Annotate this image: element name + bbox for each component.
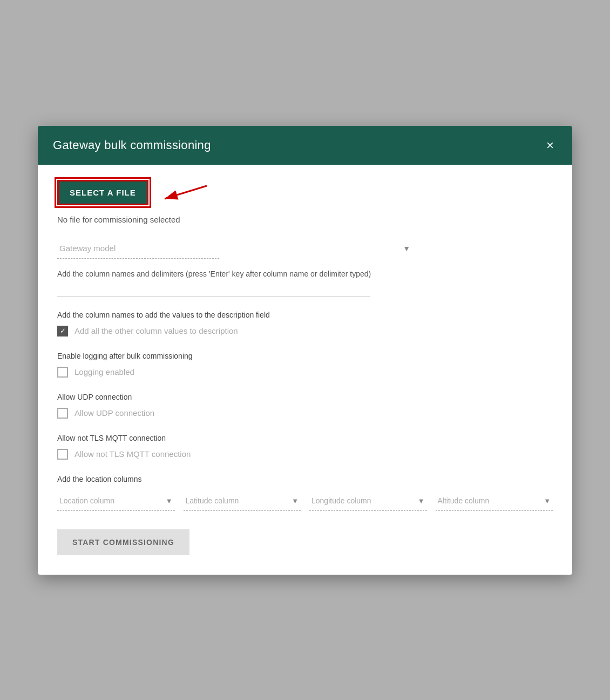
- gateway-model-select[interactable]: Gateway model: [57, 238, 219, 259]
- location-section-label: Add the location columns: [57, 475, 553, 483]
- arrow-icon: [159, 181, 208, 203]
- select-file-button[interactable]: SELECT A FILE: [57, 180, 148, 205]
- logging-section-label: Enable logging after bulk commissioning: [57, 352, 553, 360]
- description-checkbox[interactable]: [57, 326, 68, 336]
- description-checkbox-row: Add all the other column values to descr…: [57, 326, 553, 336]
- logging-checkbox[interactable]: [57, 367, 68, 378]
- location-column-wrap: Location column ▼: [57, 491, 175, 511]
- logging-checkbox-row: Logging enabled: [57, 367, 553, 378]
- altitude-column-select[interactable]: Altitude column: [436, 491, 553, 511]
- gateway-model-dropdown-arrow: ▼: [403, 244, 410, 253]
- start-commissioning-button[interactable]: START COMMISSIONING: [57, 529, 189, 555]
- tls-section-label: Allow not TLS MQTT connection: [57, 434, 553, 442]
- tls-checkbox[interactable]: [57, 449, 68, 460]
- dialog-overlay: Gateway bulk commissioning × SELECT A FI…: [0, 0, 610, 700]
- altitude-column-wrap: Altitude column ▼: [436, 491, 553, 511]
- dialog-header: Gateway bulk commissioning ×: [38, 126, 572, 165]
- latitude-column-select[interactable]: Latitude column: [184, 491, 301, 511]
- location-dropdowns: Location column ▼ Latitude column ▼ Long…: [57, 491, 553, 511]
- svg-line-1: [165, 186, 207, 199]
- udp-checkbox[interactable]: [57, 408, 68, 419]
- description-checkbox-label: Add all the other column values to descr…: [74, 326, 238, 335]
- file-section: SELECT A FILE: [57, 180, 553, 205]
- close-button[interactable]: ×: [543, 138, 557, 153]
- longitude-column-select[interactable]: Longitude column: [309, 491, 427, 511]
- udp-checkbox-label: Allow UDP connection: [74, 408, 154, 418]
- dialog-body: SELECT A FILE No file for commissioning …: [38, 165, 572, 575]
- location-column-select[interactable]: Location column: [57, 491, 175, 511]
- latitude-column-wrap: Latitude column ▼: [184, 491, 301, 511]
- tls-checkbox-label: Allow not TLS MQTT connection: [74, 449, 191, 459]
- udp-checkbox-row: Allow UDP connection: [57, 408, 553, 419]
- dialog-title: Gateway bulk commissioning: [53, 138, 211, 152]
- udp-section-label: Allow UDP connection: [57, 393, 553, 401]
- logging-checkbox-label: Logging enabled: [74, 367, 134, 376]
- dialog: Gateway bulk commissioning × SELECT A FI…: [38, 126, 572, 575]
- arrow-indicator: [159, 181, 208, 203]
- column-input-area[interactable]: [57, 286, 370, 297]
- no-file-text: No file for commissioning selected: [57, 215, 553, 224]
- description-section-label: Add the column names to add the values t…: [57, 311, 553, 319]
- tls-checkbox-row: Allow not TLS MQTT connection: [57, 449, 553, 460]
- gateway-model-field: Gateway model ▼: [57, 238, 553, 259]
- column-names-instruction: Add the column names and delimiters (pre…: [57, 270, 553, 278]
- longitude-column-wrap: Longitude column ▼: [309, 491, 427, 511]
